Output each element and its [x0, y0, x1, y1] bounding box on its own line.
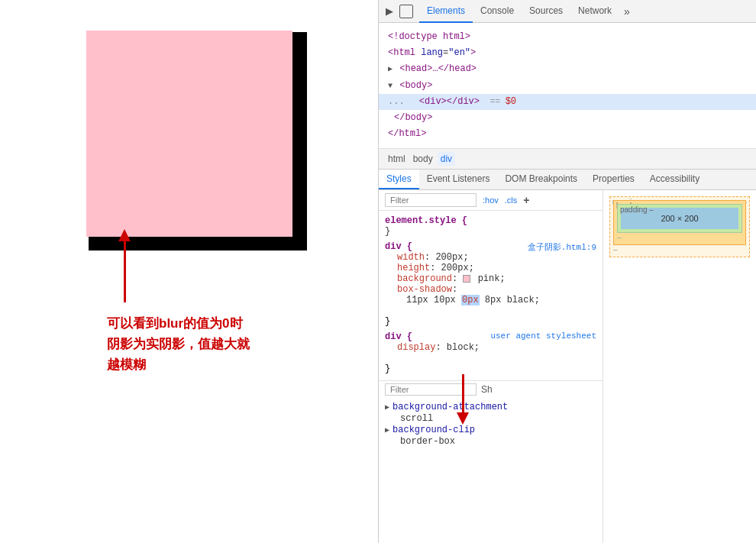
triangle-icon: ▶ — [385, 425, 389, 435]
margin-bottom-val: – — [613, 245, 746, 254]
div-ua-rule: div { user agent stylesheet display: blo… — [379, 330, 603, 376]
filter-hov[interactable]: :hov — [483, 196, 499, 205]
devtools-tab-bar: ▶ Elements Console Sources Network » — [379, 0, 756, 23]
element-style-rule: element.style { } — [379, 214, 603, 238]
html-body-close: </body> — [379, 110, 756, 126]
arrow-up — [118, 229, 131, 302]
tab-dom-breakpoints[interactable]: DOM Breakpoints — [497, 170, 585, 189]
breadcrumb-html[interactable]: html — [385, 152, 409, 166]
filter-cls[interactable]: .cls — [505, 196, 518, 205]
computed-val-1: border-box — [385, 436, 596, 447]
tab-properties[interactable]: Properties — [585, 170, 642, 189]
desc-line1: 可以看到blur的值为0时 — [107, 313, 250, 334]
div-rule: div { 盒子阴影.html:9 width: 200px; height: … — [379, 240, 603, 328]
highlight-0px: 0px — [461, 295, 480, 305]
computed-list: ▶ background-attachment scroll ▶ backgro… — [379, 398, 603, 450]
styles-content: :hov .cls + element.style { } div { — [379, 190, 756, 543]
inspect-icon[interactable] — [399, 5, 413, 18]
html-structure: <!doctype html> <html lang="en"> ▶ <head… — [379, 23, 756, 149]
devtools-icons: ▶ — [383, 5, 413, 18]
box-border: border padding – 200 × 200 – — [613, 200, 746, 245]
css-rules-panel: :hov .cls + element.style { } div { — [379, 190, 603, 543]
triangle-icon: ▶ — [385, 402, 389, 412]
sh-checkbox-label: Sh — [481, 384, 493, 395]
left-panel: 可以看到blur的值为0时 阴影为实阴影，值越大就 越模糊 — [0, 0, 378, 543]
html-doctype: <!doctype html> — [379, 29, 756, 45]
triangle-icon: ▶ — [388, 65, 393, 73]
arrow-line — [124, 241, 126, 302]
cursor-icon[interactable]: ▶ — [383, 5, 396, 18]
padding-label: padding – — [620, 205, 654, 214]
html-body: ▼ <body> — [379, 78, 756, 94]
computed-item-background-clip: ▶ background-clip — [385, 424, 596, 436]
arrow2-line — [462, 374, 464, 412]
tab-sources[interactable]: Sources — [522, 0, 570, 23]
breadcrumb-body[interactable]: body — [410, 152, 436, 166]
arrow2-head-icon — [457, 412, 469, 425]
tab-styles[interactable]: Styles — [379, 170, 419, 189]
demo-box — [86, 31, 292, 237]
tab-network[interactable]: Network — [570, 0, 619, 23]
tab-accessibility[interactable]: Accessibility — [642, 170, 707, 189]
desc-line2: 阴影为实阴影，值越大就 — [107, 334, 250, 354]
desc-line3: 越模糊 — [107, 354, 250, 375]
box-model-panel: margin – border padding – 200 × 200 – – — [603, 190, 756, 543]
devtools-panel: ▶ Elements Console Sources Network » <!d… — [378, 0, 756, 543]
bottom-filter-bar: Sh — [379, 380, 603, 398]
css-rules: element.style { } div { 盒子阴影.html:9 widt… — [379, 211, 603, 380]
add-style-icon[interactable]: + — [523, 194, 529, 206]
filter-input[interactable] — [385, 193, 477, 207]
box-model: margin – border padding – 200 × 200 – – — [609, 196, 750, 257]
breadcrumb: html body div — [379, 149, 756, 170]
box-margin: margin – border padding – 200 × 200 – – — [609, 196, 750, 257]
arrow-head-up-icon — [118, 229, 131, 241]
html-open: <html lang="en"> — [379, 45, 756, 61]
tab-elements[interactable]: Elements — [419, 0, 473, 23]
tab-console[interactable]: Console — [473, 0, 522, 23]
more-tabs-icon[interactable]: » — [619, 5, 635, 18]
filter-bar: :hov .cls + — [379, 190, 603, 211]
html-close: </html> — [379, 126, 756, 142]
html-div-selected[interactable]: ... <div></div> == $0 — [379, 94, 756, 110]
breadcrumb-div[interactable]: div — [438, 152, 455, 166]
arrow2-annotation — [457, 374, 469, 425]
computed-val-0: scroll — [385, 413, 596, 424]
computed-item-background-attachment: ▶ background-attachment — [385, 401, 596, 413]
triangle-icon: ▼ — [388, 82, 393, 90]
color-swatch-pink[interactable] — [463, 275, 470, 283]
border-bottom-val: – — [617, 233, 742, 241]
box-padding: padding – 200 × 200 — [617, 204, 742, 233]
tab-event-listeners[interactable]: Event Listeners — [419, 170, 498, 189]
demo-box-container — [0, 0, 378, 237]
html-head: ▶ <head>…</head> — [379, 61, 756, 77]
styles-panel: Styles Event Listeners DOM Breakpoints P… — [379, 170, 756, 543]
description-text: 可以看到blur的值为0时 阴影为实阴影，值越大就 越模糊 — [107, 313, 250, 376]
styles-tab-bar: Styles Event Listeners DOM Breakpoints P… — [379, 170, 756, 190]
